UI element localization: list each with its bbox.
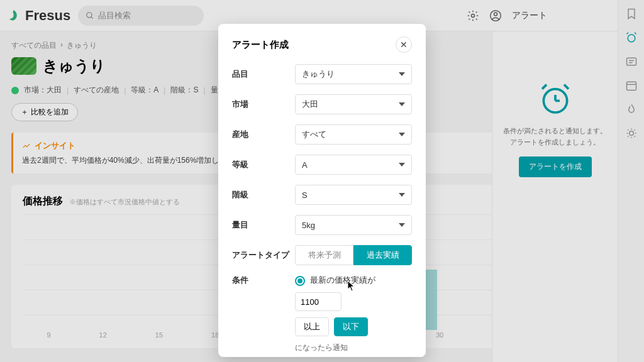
chevron-down-icon <box>399 72 405 76</box>
modal-title: アラート作成 <box>232 39 289 51</box>
modal-overlay[interactable]: アラート作成 ✕ 品目 きゅうり 市場 大田 産地 すべて 等級 A 階級 S … <box>0 0 644 362</box>
market-select[interactable]: 大田 <box>295 94 412 114</box>
actual-button[interactable]: 過去実績 <box>353 245 412 265</box>
origin-select[interactable]: すべて <box>295 124 412 145</box>
item-select[interactable]: きゅうり <box>295 64 412 84</box>
grade-select[interactable]: A <box>295 155 412 175</box>
chevron-down-icon <box>399 102 405 106</box>
lte-button[interactable]: 以下 <box>334 317 368 336</box>
chevron-down-icon <box>399 163 405 167</box>
alert-create-modal: アラート作成 ✕ 品目 きゅうり 市場 大田 産地 すべて 等級 A 階級 S … <box>218 24 426 357</box>
condition-1-radio[interactable]: 最新の価格実績が <box>295 275 412 286</box>
chevron-down-icon <box>399 193 405 197</box>
close-icon[interactable]: ✕ <box>396 36 412 53</box>
forecast-button[interactable]: 将来予測 <box>295 245 353 265</box>
rank-select[interactable]: S <box>295 185 412 205</box>
unit-select[interactable]: 5kg <box>295 215 412 235</box>
alert-type-toggle[interactable]: 将来予測 過去実績 <box>295 245 412 265</box>
gte-button[interactable]: 以上 <box>295 317 329 336</box>
chevron-down-icon <box>399 223 405 227</box>
chevron-down-icon <box>399 133 405 136</box>
radio-on-icon <box>295 276 305 286</box>
threshold-input[interactable] <box>295 292 341 311</box>
